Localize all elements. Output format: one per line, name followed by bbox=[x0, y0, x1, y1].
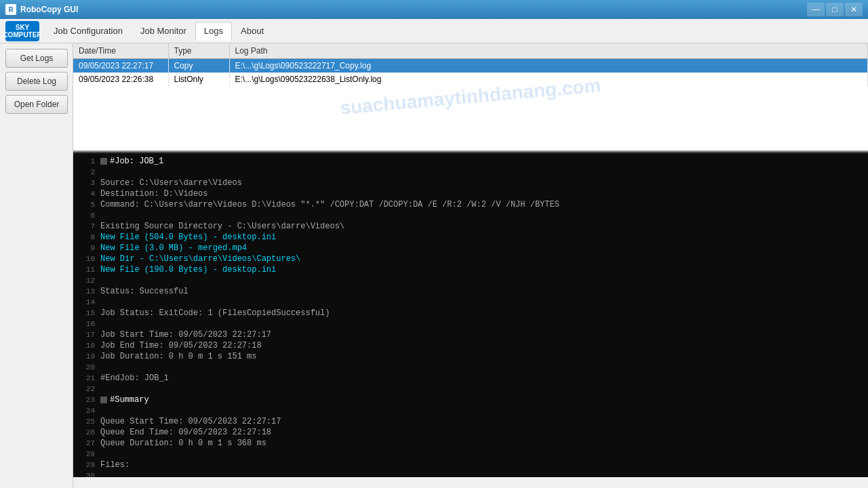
terminal-line: 23#Summary bbox=[73, 394, 868, 405]
terminal-line: 21#EndJob: JOB_1 bbox=[73, 373, 868, 384]
line-bullet bbox=[100, 396, 107, 403]
terminal-line: 8New File (504.0 Bytes) - desktop.ini bbox=[73, 232, 868, 243]
terminal-line: 2 bbox=[73, 167, 868, 178]
line-content: #Job: JOB_1 bbox=[110, 156, 865, 167]
line-content: Queue Start Time: 09/05/2023 22:27:17 bbox=[100, 416, 865, 427]
col-header-logpath: Log Path bbox=[229, 43, 868, 59]
line-number: 14 bbox=[76, 297, 95, 308]
cell-datetime: 09/05/2023 22:26:38 bbox=[73, 73, 168, 86]
line-number: 23 bbox=[76, 394, 95, 405]
terminal-line: 14 bbox=[73, 297, 868, 308]
line-number: 27 bbox=[76, 438, 95, 449]
sidebar: Get Logs Delete Log Open Folder bbox=[0, 43, 73, 488]
line-number: 4 bbox=[76, 188, 95, 199]
cell-datetime: 09/05/2023 22:27:17 bbox=[73, 59, 168, 73]
terminal-line: 24 bbox=[73, 405, 868, 416]
cell-logpath: E:\...\g\Logs\090523222717_Copy.log bbox=[229, 59, 868, 73]
terminal-line: 15Job Status: ExitCode: 1 (FilesCopiedSu… bbox=[73, 308, 868, 319]
line-content bbox=[100, 405, 865, 416]
terminal-output[interactable]: 1#Job: JOB_123Source: C:\Users\darre\Vid… bbox=[73, 152, 868, 477]
terminal-line: 19Job Duration: 0 h 0 m 1 s 151 ms bbox=[73, 351, 868, 362]
tab-about[interactable]: About bbox=[232, 22, 273, 41]
delete-log-button[interactable]: Delete Log bbox=[5, 72, 68, 91]
line-content: Job Start Time: 09/05/2023 22:27:17 bbox=[100, 329, 865, 340]
open-folder-button[interactable]: Open Folder bbox=[5, 95, 68, 114]
tab-logs[interactable]: Logs bbox=[195, 22, 232, 41]
terminal-line: 1#Job: JOB_1 bbox=[73, 156, 868, 167]
line-content: New File (3.0 MB) - merged.mp4 bbox=[100, 243, 865, 253]
line-content bbox=[100, 210, 865, 221]
terminal-line: 5Command: C:\Users\darre\Videos D:\Video… bbox=[73, 199, 868, 210]
line-number: 22 bbox=[76, 384, 95, 394]
line-content: Destination: D:\Videos bbox=[100, 188, 865, 199]
line-number: 8 bbox=[76, 232, 95, 243]
terminal-line: 30 bbox=[73, 470, 868, 477]
line-content: Queue Duration: 0 h 0 m 1 s 368 ms bbox=[100, 438, 865, 449]
terminal-line: 9New File (3.0 MB) - merged.mp4 bbox=[73, 243, 868, 253]
title-bar: R RoboCopy GUI — □ ✕ bbox=[0, 0, 868, 19]
terminal-line: 4Destination: D:\Videos bbox=[73, 188, 868, 199]
terminal-line: 17Job Start Time: 09/05/2023 22:27:17 bbox=[73, 329, 868, 340]
line-content bbox=[100, 167, 865, 178]
line-content bbox=[100, 449, 865, 460]
line-content: Job End Time: 09/05/2023 22:27:18 bbox=[100, 340, 865, 351]
line-content: Job Duration: 0 h 0 m 1 s 151 ms bbox=[100, 351, 865, 362]
line-content bbox=[100, 384, 865, 394]
table-row[interactable]: 09/05/2023 22:26:38 ListOnly E:\...\g\Lo… bbox=[73, 73, 868, 86]
line-content bbox=[100, 319, 865, 329]
line-content: Files: bbox=[100, 460, 865, 470]
terminal-line: 13Status: Successful bbox=[73, 286, 868, 297]
terminal-line: 29Files: bbox=[73, 460, 868, 470]
line-content bbox=[100, 470, 865, 477]
close-button[interactable]: ✕ bbox=[845, 3, 863, 16]
minimize-button[interactable]: — bbox=[807, 3, 825, 16]
terminal-line: 12 bbox=[73, 275, 868, 286]
line-number: 18 bbox=[76, 340, 95, 351]
col-header-datetime: Date/Time bbox=[73, 43, 168, 59]
line-number: 5 bbox=[76, 199, 95, 210]
app-logo: SKYCOMPUTER bbox=[5, 21, 39, 41]
window-controls: — □ ✕ bbox=[807, 3, 863, 16]
line-number: 11 bbox=[76, 264, 95, 275]
terminal-line: 16 bbox=[73, 319, 868, 329]
menu-bar: SKYCOMPUTER Job Configuration Job Monito… bbox=[0, 19, 868, 43]
line-number: 1 bbox=[76, 156, 95, 167]
cell-type: ListOnly bbox=[168, 73, 229, 86]
line-content: Queue End Time: 09/05/2023 22:27:18 bbox=[100, 427, 865, 438]
line-number: 2 bbox=[76, 167, 95, 178]
line-content: Status: Successful bbox=[100, 286, 865, 297]
table-row[interactable]: 09/05/2023 22:27:17 Copy E:\...\g\Logs\0… bbox=[73, 59, 868, 73]
terminal-line: 27Queue Duration: 0 h 0 m 1 s 368 ms bbox=[73, 438, 868, 449]
line-number: 19 bbox=[76, 351, 95, 362]
cell-logpath: E:\...\g\Logs\090523222638_ListOnly.log bbox=[229, 73, 868, 86]
line-number: 21 bbox=[76, 373, 95, 384]
line-content: New File (190.0 Bytes) - desktop.ini bbox=[100, 264, 865, 275]
line-number: 9 bbox=[76, 243, 95, 253]
line-content: Existing Source Directory - C:\Users\dar… bbox=[100, 221, 865, 232]
terminal-line: 11New File (190.0 Bytes) - desktop.ini bbox=[73, 264, 868, 275]
terminal-line: 7Existing Source Directory - C:\Users\da… bbox=[73, 221, 868, 232]
terminal-line: 18Job End Time: 09/05/2023 22:27:18 bbox=[73, 340, 868, 351]
line-content: #EndJob: JOB_1 bbox=[100, 373, 865, 384]
tab-job-monitor[interactable]: Job Monitor bbox=[132, 22, 195, 41]
terminal-line: 26Queue End Time: 09/05/2023 22:27:18 bbox=[73, 427, 868, 438]
app-icon: R bbox=[5, 4, 16, 15]
terminal-line: 28 bbox=[73, 449, 868, 460]
line-number: 16 bbox=[76, 319, 95, 329]
terminal-line: 20 bbox=[73, 362, 868, 373]
logo-text: SKYCOMPUTER bbox=[3, 24, 41, 39]
line-number: 30 bbox=[76, 470, 95, 477]
line-content: #Summary bbox=[110, 394, 865, 405]
line-number: 24 bbox=[76, 405, 95, 416]
main-content: Get Logs Delete Log Open Folder Date/Tim… bbox=[0, 43, 868, 488]
line-number: 29 bbox=[76, 460, 95, 470]
line-number: 28 bbox=[76, 449, 95, 460]
maximize-button[interactable]: □ bbox=[826, 3, 844, 16]
tab-job-configuration[interactable]: Job Configuration bbox=[45, 22, 132, 41]
line-number: 13 bbox=[76, 286, 95, 297]
line-content bbox=[100, 362, 865, 373]
get-logs-button[interactable]: Get Logs bbox=[5, 49, 68, 68]
terminal-line: 10New Dir - C:\Users\darre\Videos\Captur… bbox=[73, 253, 868, 264]
line-content: New File (504.0 Bytes) - desktop.ini bbox=[100, 232, 865, 243]
line-content bbox=[100, 297, 865, 308]
